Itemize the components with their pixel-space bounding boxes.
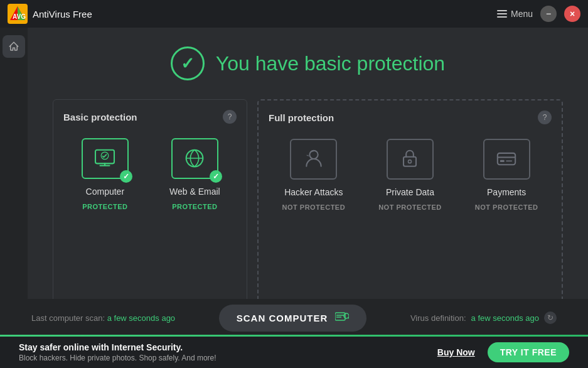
refresh-icon[interactable]: ↻ bbox=[544, 311, 557, 324]
web-email-status: PROTECTED bbox=[172, 203, 217, 210]
scan-label: Last computer scan: bbox=[31, 313, 105, 323]
basic-help-button[interactable]: ? bbox=[223, 110, 237, 124]
protection-sections: Basic protection ? bbox=[53, 99, 563, 305]
basic-items-row: ✓ Computer PROTECTED ✓ bbox=[63, 136, 237, 210]
private-data-item[interactable]: Private Data NOT PROTECTED bbox=[378, 137, 442, 211]
web-email-item[interactable]: ✓ Web & Email PROTECTED bbox=[169, 136, 220, 210]
payments-status: NOT PROTECTED bbox=[475, 203, 538, 211]
computer-icon-wrapper: ✓ bbox=[80, 136, 130, 180]
payments-icon-wrapper bbox=[481, 137, 532, 181]
computer-check-icon: ✓ bbox=[120, 170, 132, 183]
window-controls: Menu − × bbox=[497, 6, 580, 22]
hacker-icon-box bbox=[290, 139, 337, 180]
private-data-icon-wrapper bbox=[385, 137, 435, 181]
sidebar bbox=[0, 28, 28, 318]
web-email-icon-wrapper: ✓ bbox=[169, 136, 220, 180]
basic-section-header: Basic protection ? bbox=[63, 110, 237, 124]
scan-icon bbox=[335, 311, 349, 325]
private-data-icon-box bbox=[387, 139, 434, 180]
minimize-button[interactable]: − bbox=[540, 6, 557, 22]
virus-info: Virus definition: a few seconds ago ↻ bbox=[410, 311, 557, 324]
scan-info: Last computer scan: a few seconds ago bbox=[31, 313, 175, 323]
protection-header: ✓ You have basic protection bbox=[171, 46, 445, 80]
full-help-button[interactable]: ? bbox=[538, 111, 552, 124]
main-content: ✓ You have basic protection Basic protec… bbox=[28, 28, 588, 318]
promo-text: Stay safer online with Internet Security… bbox=[19, 342, 216, 362]
svg-point-9 bbox=[409, 160, 412, 163]
promo-actions: Buy Now TRY IT FREE bbox=[437, 342, 569, 362]
app-name: AntiVirus Free bbox=[33, 9, 92, 19]
scan-btn-label: SCAN COMPUTER bbox=[237, 313, 328, 323]
full-items-row: Hacker Attacks NOT PROTECTED bbox=[269, 137, 552, 211]
svg-line-18 bbox=[348, 318, 349, 319]
buy-now-button[interactable]: Buy Now bbox=[437, 347, 475, 357]
svg-rect-10 bbox=[498, 153, 515, 165]
menu-lines-icon bbox=[497, 10, 507, 18]
menu-label: Menu bbox=[511, 9, 533, 19]
basic-protection-section: Basic protection ? bbox=[53, 99, 247, 305]
header-title: You have basic protection bbox=[216, 52, 445, 75]
checkmark-icon: ✓ bbox=[181, 54, 195, 73]
hacker-label: Hacker Attacks bbox=[284, 187, 343, 197]
promo-main-text: Stay safer online with Internet Security… bbox=[19, 342, 216, 352]
app-logo: AVG AntiVirus Free bbox=[8, 4, 92, 24]
bottom-action-bar: Last computer scan: a few seconds ago SC… bbox=[0, 299, 588, 337]
payments-svg-icon bbox=[494, 146, 519, 171]
private-data-svg-icon bbox=[397, 146, 422, 171]
svg-rect-12 bbox=[500, 160, 505, 162]
web-email-check-icon: ✓ bbox=[210, 170, 222, 183]
hacker-icon-wrapper bbox=[289, 137, 339, 181]
promo-bar: Stay safer online with Internet Security… bbox=[0, 337, 588, 368]
home-icon bbox=[8, 41, 19, 52]
promo-sub-text: Block hackers. Hide private photos. Shop… bbox=[19, 354, 216, 362]
menu-button[interactable]: Menu bbox=[497, 9, 533, 19]
hacker-svg-icon bbox=[301, 146, 326, 171]
full-protection-section: Full protection ? bbox=[257, 99, 563, 305]
hacker-attacks-item[interactable]: Hacker Attacks NOT PROTECTED bbox=[282, 137, 346, 211]
private-data-label: Private Data bbox=[386, 187, 434, 197]
virus-time: a few seconds ago bbox=[471, 313, 539, 323]
titlebar: AVG AntiVirus Free Menu − × bbox=[0, 0, 588, 28]
full-section-header: Full protection ? bbox=[269, 111, 552, 124]
try-free-button[interactable]: TRY IT FREE bbox=[488, 342, 569, 362]
payments-icon-box bbox=[483, 139, 530, 180]
close-button[interactable]: × bbox=[564, 6, 580, 22]
basic-section-title: Basic protection bbox=[63, 112, 137, 122]
svg-rect-13 bbox=[506, 161, 512, 162]
svg-rect-8 bbox=[404, 157, 416, 166]
payments-item[interactable]: Payments NOT PROTECTED bbox=[475, 137, 538, 211]
computer-svg-icon bbox=[92, 146, 117, 171]
computer-label: Computer bbox=[86, 187, 124, 197]
web-email-svg-icon bbox=[182, 146, 207, 171]
avg-logo-icon: AVG bbox=[8, 4, 28, 24]
private-data-status: NOT PROTECTED bbox=[378, 203, 442, 211]
payments-label: Payments bbox=[487, 187, 526, 197]
web-email-label: Web & Email bbox=[169, 187, 220, 197]
computer-status: PROTECTED bbox=[82, 203, 127, 210]
full-section-title: Full protection bbox=[269, 112, 334, 123]
svg-text:AVG: AVG bbox=[13, 13, 26, 20]
computer-item[interactable]: ✓ Computer PROTECTED bbox=[80, 136, 130, 210]
scan-computer-button[interactable]: SCAN COMPUTER bbox=[219, 305, 367, 332]
virus-label: Virus definition: bbox=[410, 313, 466, 323]
home-button[interactable] bbox=[3, 35, 25, 58]
hacker-status: NOT PROTECTED bbox=[282, 203, 346, 211]
scan-time: a few seconds ago bbox=[107, 313, 175, 323]
check-circle-icon: ✓ bbox=[171, 46, 205, 80]
